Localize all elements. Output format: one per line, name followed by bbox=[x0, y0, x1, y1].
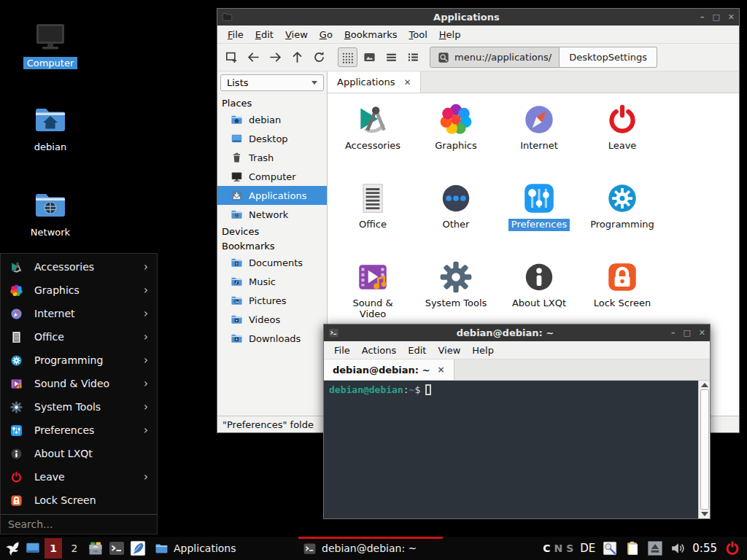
menu-item-leave[interactable]: Leave › bbox=[1, 465, 157, 489]
path-segment-current[interactable]: menu://applications/ bbox=[430, 47, 560, 68]
grid-item-accessories[interactable]: Accessories bbox=[331, 98, 414, 176]
sidebar-item-network[interactable]: Network bbox=[217, 205, 327, 224]
keyboard-indicator[interactable]: C N S bbox=[543, 542, 573, 554]
desktop-icon-computer[interactable]: Computer bbox=[10, 19, 90, 69]
menu-bookmarks[interactable]: Bookmarks bbox=[338, 29, 403, 40]
file-manager-launcher[interactable] bbox=[87, 540, 104, 557]
grid-item-programming[interactable]: Programming bbox=[581, 176, 664, 255]
scrolllock-indicator: S bbox=[566, 542, 573, 554]
menu-item-programming[interactable]: Programming › bbox=[1, 349, 157, 372]
grid-item-about-lxqt[interactable]: About LXQt bbox=[498, 255, 581, 334]
fm-titlebar[interactable]: Applications – □ ✕ bbox=[217, 9, 739, 26]
tab-applications[interactable]: Applications ✕ bbox=[328, 71, 421, 93]
new-tab-button[interactable] bbox=[222, 47, 241, 67]
grid-item-sound-video[interactable]: Sound & Video bbox=[331, 255, 414, 334]
sidebar-item-computer[interactable]: Computer bbox=[217, 167, 327, 186]
menu-edit[interactable]: Edit bbox=[249, 29, 279, 40]
office-icon bbox=[355, 180, 391, 217]
scroll-down-icon[interactable] bbox=[701, 512, 708, 516]
scrollbar-thumb[interactable] bbox=[700, 389, 709, 510]
menu-item-about-lxqt[interactable]: About LXQt bbox=[1, 442, 157, 465]
grid-item-graphics[interactable]: Graphics bbox=[414, 98, 498, 176]
removable-media-icon[interactable] bbox=[647, 540, 663, 556]
terminal-launcher[interactable] bbox=[108, 540, 125, 557]
sidebar-mode-selector[interactable]: Lists bbox=[220, 74, 324, 91]
minimize-icon[interactable]: – bbox=[671, 329, 676, 337]
menu-view[interactable]: View bbox=[279, 29, 314, 40]
sidebar-item-documents[interactable]: Documents bbox=[217, 253, 327, 272]
main-menu-button[interactable] bbox=[4, 540, 21, 557]
sidebar-item-debian[interactable]: debian bbox=[217, 110, 327, 129]
grid-item-office[interactable]: Office bbox=[331, 176, 414, 255]
search-input[interactable] bbox=[8, 518, 150, 530]
menu-view[interactable]: View bbox=[432, 345, 466, 356]
terminal-tab[interactable]: debian@debian: ~ × bbox=[324, 359, 454, 380]
grid-item-preferences[interactable]: Preferences bbox=[498, 176, 581, 255]
clock[interactable]: 0:55 bbox=[692, 542, 717, 555]
desktop-icon-debian[interactable]: debian bbox=[10, 103, 90, 153]
terminal-titlebar[interactable]: debian@debian: ~ – □ ✕ bbox=[324, 324, 710, 341]
forward-button[interactable] bbox=[266, 47, 285, 67]
grid-item-system-tools[interactable]: System Tools bbox=[414, 255, 498, 334]
workspace-2-button[interactable]: 2 bbox=[66, 538, 83, 559]
menu-item-lock-screen[interactable]: Lock Screen bbox=[1, 489, 157, 512]
workspace-1-button[interactable]: 1 bbox=[44, 538, 62, 559]
task-button-terminal[interactable]: debian@debian: ~ bbox=[298, 537, 443, 560]
menu-item-preferences[interactable]: Preferences › bbox=[1, 419, 157, 442]
sidebar-item-desktop[interactable]: Desktop bbox=[217, 129, 327, 148]
icon-view-button[interactable] bbox=[338, 47, 357, 67]
minimize-icon[interactable]: – bbox=[700, 13, 705, 21]
grid-item-lock-screen[interactable]: Lock Screen bbox=[581, 255, 664, 334]
menu-item-sound-video[interactable]: Sound & Video › bbox=[1, 372, 157, 395]
tab-close-icon[interactable]: × bbox=[437, 365, 444, 375]
menu-item-graphics[interactable]: Graphics › bbox=[1, 279, 157, 302]
menu-edit[interactable]: Edit bbox=[402, 345, 432, 356]
menu-actions[interactable]: Actions bbox=[356, 345, 403, 356]
show-desktop-button[interactable] bbox=[25, 540, 41, 556]
menu-file[interactable]: File bbox=[222, 29, 249, 40]
menu-file[interactable]: File bbox=[328, 345, 356, 356]
sidebar-item-music[interactable]: Music bbox=[217, 272, 327, 291]
menu-item-accessories[interactable]: Accessories › bbox=[1, 255, 157, 279]
detailed-list-view-button[interactable] bbox=[382, 47, 401, 67]
terminal-scrollbar[interactable] bbox=[698, 381, 710, 518]
menu-item-system-tools[interactable]: System Tools › bbox=[1, 395, 157, 419]
menu-help[interactable]: Help bbox=[433, 29, 467, 40]
sidebar-item-applications[interactable]: Applications bbox=[217, 186, 327, 205]
keyboard-layout[interactable]: DE bbox=[580, 542, 595, 555]
task-button-applications[interactable]: Applications bbox=[150, 537, 295, 560]
sidebar-item-videos[interactable]: Videos bbox=[217, 310, 327, 329]
compact-view-button[interactable] bbox=[403, 47, 423, 67]
grid-item-internet[interactable]: Internet bbox=[498, 98, 581, 176]
menu-help[interactable]: Help bbox=[466, 345, 500, 356]
text-editor-launcher[interactable] bbox=[129, 540, 147, 557]
volume-icon[interactable] bbox=[670, 540, 686, 556]
clipboard-tray-icon[interactable] bbox=[624, 540, 640, 556]
sound-video-icon bbox=[9, 377, 23, 391]
maximize-icon[interactable]: □ bbox=[683, 329, 690, 337]
power-button[interactable] bbox=[724, 540, 741, 557]
maximize-icon[interactable]: □ bbox=[712, 13, 719, 21]
screenshot-tray-icon[interactable] bbox=[602, 540, 618, 556]
reload-button[interactable] bbox=[309, 47, 329, 67]
grid-item-leave[interactable]: Leave bbox=[581, 98, 664, 176]
grid-item-other[interactable]: Other bbox=[414, 176, 498, 255]
menu-item-internet[interactable]: Internet › bbox=[1, 302, 157, 325]
menu-tool[interactable]: Tool bbox=[403, 29, 433, 40]
menu-item-office[interactable]: Office › bbox=[1, 325, 157, 349]
thumbnail-view-button[interactable] bbox=[360, 47, 379, 67]
tab-close-icon[interactable]: ✕ bbox=[403, 77, 411, 88]
numlock-indicator: N bbox=[554, 542, 562, 554]
up-button[interactable] bbox=[287, 47, 307, 67]
path-segment-desktopsettings[interactable]: DesktopSettings bbox=[560, 47, 657, 68]
sidebar-item-downloads[interactable]: Downloads bbox=[217, 329, 327, 348]
close-icon[interactable]: ✕ bbox=[728, 13, 735, 21]
close-icon[interactable]: ✕ bbox=[699, 329, 705, 337]
sidebar-item-pictures[interactable]: Pictures bbox=[217, 291, 327, 310]
back-button[interactable] bbox=[244, 47, 263, 67]
terminal-screen[interactable]: debian@debian:~$ bbox=[324, 381, 698, 518]
menu-go[interactable]: Go bbox=[314, 29, 338, 40]
scroll-up-icon[interactable] bbox=[701, 383, 708, 387]
sidebar-item-trash[interactable]: Trash bbox=[217, 148, 327, 167]
desktop-icon-network[interactable]: Network bbox=[10, 188, 90, 238]
